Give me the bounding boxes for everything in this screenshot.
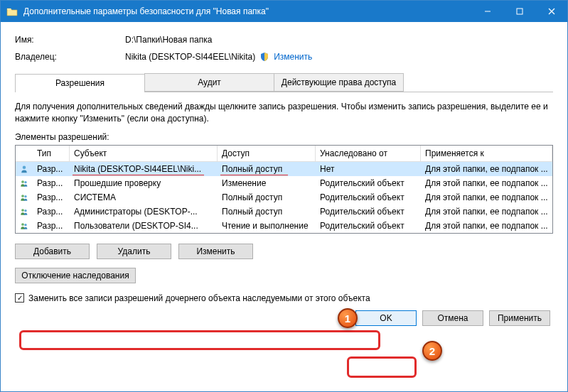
cell-inherited: Родительский объект [316,191,421,204]
remove-button[interactable]: Удалить [97,244,171,259]
svg-rect-1 [517,9,523,14]
add-button[interactable]: Добавить [15,244,90,259]
svg-point-8 [24,195,26,197]
table-row[interactable]: Разр...СИСТЕМАПолный доступРодительский … [16,190,552,205]
cell-type: Разр... [33,177,70,190]
owner-value: Nikita (DESKTOP-SI44EEL\Nikita) [125,52,255,62]
cell-subject: Администраторы (DESKTOP-... [70,205,218,218]
col-inherited[interactable]: Унаследовано от [316,146,421,161]
cell-applies: Для этой папки, ее подпапок ... [421,177,552,190]
table-row[interactable]: Разр...Пользователи (DESKTOP-SI4...Чтени… [16,219,552,233]
cell-applies: Для этой папки, ее подпапок ... [421,163,552,175]
name-value: D:\Папки\Новая папка [125,35,212,45]
cell-access: Чтение и выполнение [218,219,316,232]
cell-inherited: Родительский объект [316,177,421,190]
replace-children-label: Заменить все записи разрешений дочернего… [28,293,370,303]
user-icon [16,162,33,176]
tab-audit[interactable]: Аудит [144,73,274,92]
change-owner-link[interactable]: Изменить [274,52,312,62]
cell-access: Полный доступ [218,191,316,204]
owner-label: Владелец: [15,52,125,62]
tab-permissions[interactable]: Разрешения [15,74,145,92]
table-row[interactable]: Разр...Nikita (DESKTOP-SI44EEL\Niki...По… [16,162,552,176]
cell-inherited: Родительский объект [316,219,421,232]
replace-children-checkbox[interactable]: ✓ [15,293,24,303]
cell-access: Изменение [218,177,316,190]
cell-subject: СИСТЕМА [70,191,218,204]
col-subject[interactable]: Субъект [70,146,218,161]
svg-point-12 [24,224,26,226]
cell-subject: Nikita (DESKTOP-SI44EEL\Niki... [70,163,218,175]
user-icon [16,176,33,190]
svg-point-5 [21,180,24,183]
shield-icon [259,52,269,62]
svg-point-11 [21,223,24,226]
cell-access: Полный доступ [218,163,316,175]
cell-type: Разр... [33,191,70,204]
col-access[interactable]: Доступ [218,146,316,161]
svg-point-9 [21,209,24,212]
svg-point-10 [24,209,26,212]
cancel-button[interactable]: Отмена [422,310,483,326]
svg-point-6 [24,181,26,183]
cell-applies: Для этой папки, ее подпапок ... [421,219,552,232]
apply-button[interactable]: Применить [489,310,550,326]
name-label: Имя: [15,35,125,45]
permissions-grid: Тип Субъект Доступ Унаследовано от Приме… [15,145,553,234]
annotation-marker-1: 1 [338,308,358,328]
ok-button[interactable]: OK [355,310,417,326]
maximize-button[interactable] [503,1,535,22]
cell-type: Разр... [33,163,70,175]
annotation-marker-2: 2 [422,341,442,361]
svg-point-4 [23,165,26,169]
svg-point-7 [21,195,24,197]
cell-inherited: Родительский объект [316,205,421,218]
titlebar: Дополнительные параметры безопасности дл… [1,1,567,22]
table-row[interactable]: Разр...Администраторы (DESKTOP-...Полный… [16,205,552,219]
folder-icon [6,6,18,16]
disable-inheritance-button[interactable]: Отключение наследования [15,268,136,283]
cell-subject: Прошедшие проверку [70,177,218,190]
user-icon [16,219,33,233]
cell-type: Разр... [33,219,70,232]
cell-inherited: Нет [316,163,421,175]
edit-button[interactable]: Изменить [178,244,253,259]
cell-access: Полный доступ [218,205,316,218]
cell-applies: Для этой папки, ее подпапок ... [421,191,552,204]
window-title: Дополнительные параметры безопасности дл… [23,6,471,16]
help-text: Для получения дополнительных сведений дв… [15,101,553,125]
user-icon [16,190,33,205]
user-icon [16,205,33,219]
grid-subheader: Элементы разрешений: [15,132,553,142]
minimize-button[interactable] [471,1,503,22]
cell-applies: Для этой папки, ее подпапок ... [421,205,552,218]
close-button[interactable] [535,1,567,22]
table-row[interactable]: Разр...Прошедшие проверкуИзменениеРодите… [16,176,552,190]
cell-subject: Пользователи (DESKTOP-SI4... [70,219,218,232]
grid-header: Тип Субъект Доступ Унаследовано от Приме… [16,146,552,162]
tabs: Разрешения Аудит Действующие права досту… [15,73,553,92]
col-type[interactable]: Тип [33,146,70,161]
tab-effective[interactable]: Действующие права доступа [274,73,404,92]
cell-type: Разр... [33,205,70,218]
col-applies[interactable]: Применяется к [421,146,552,161]
